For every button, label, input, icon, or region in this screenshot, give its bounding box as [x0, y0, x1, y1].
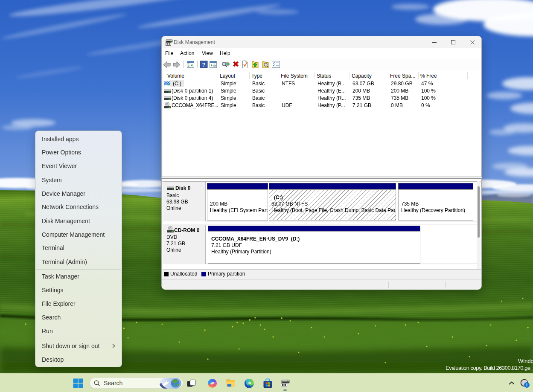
svg-text:?: ? — [202, 62, 205, 68]
